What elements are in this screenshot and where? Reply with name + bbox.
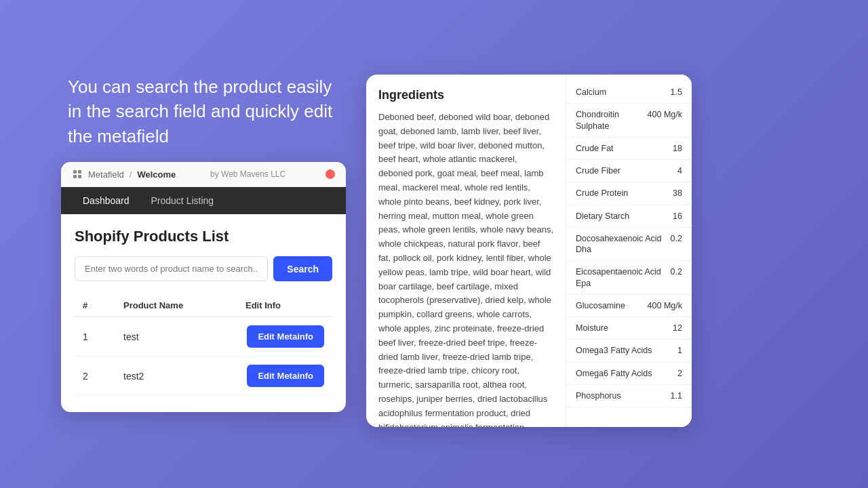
ingredients-left-panel: Ingredients Deboned beef, deboned wild b… [366,75,566,427]
cell-action: Edit Metainfo [237,317,332,357]
content-wrapper: You can search the product easily in the… [61,61,807,427]
breadcrumb: Metafield / Welcome [72,169,176,180]
nutrient-row: Crude Protein 38 [566,182,692,205]
nutrient-row: Calcium 1.5 [566,81,692,104]
breadcrumb-separator: / [130,169,132,180]
nutrient-value: 1 [677,345,682,356]
col-header-num: # [75,295,115,317]
products-table: # Product Name Edit Info 1 test Edit Met… [75,295,332,396]
nutrient-value: 0.2 [671,233,682,244]
nutrient-name: Crude Fat [576,143,673,154]
nutrient-name: Eicosapentaenoic Acid Epa [576,266,671,289]
nutrient-row: Crude Fat 18 [566,138,692,160]
cell-product-name: test2 [115,357,237,396]
nutrient-value: 1.1 [671,390,682,401]
cell-num: 2 [75,357,115,396]
grid-icon [72,169,83,180]
nutrient-value: 400 Mg/k [648,300,682,311]
ingredients-card: Ingredients Deboned beef, deboned wild b… [366,75,692,427]
nutrient-row: Glucosamine 400 Mg/k [566,295,692,317]
nutrient-row: Crude Fiber 4 [566,160,692,182]
nutrient-row: Moisture 12 [566,317,692,340]
svg-rect-2 [73,175,77,178]
nav-item-dashboard[interactable]: Dashboard [72,187,140,214]
breadcrumb-current: Welcome [137,169,176,180]
nutrient-name: Omega6 Fatty Acids [576,368,677,379]
search-button[interactable]: Search [273,256,332,281]
nutrient-value: 16 [673,211,682,222]
nutrient-row: Phosphorus 1.1 [566,385,692,407]
nutrient-name: Omega3 Fatty Acids [576,345,677,356]
nutrient-value: 2 [677,368,682,379]
nutrient-value: 18 [673,143,682,154]
search-row: Search [75,256,332,281]
svg-rect-0 [73,170,77,174]
nutrient-row: Chondroitin Sulphate 400 Mg/k [566,104,692,138]
page-title: Shopify Products List [75,228,332,245]
app-card: Metafield / Welcome by Web Mavens LLC Da… [61,162,346,412]
app-body: Shopify Products List Search # Product N… [61,214,346,412]
app-topbar: Metafield / Welcome by Web Mavens LLC [61,162,346,187]
nutrient-name: Dietary Starch [576,211,673,222]
nutrient-name: Calcium [576,87,671,98]
table-row: 1 test Edit Metainfo [75,317,332,357]
nutrient-value: 400 Mg/k [648,109,682,120]
ingredients-title: Ingredients [378,88,553,102]
nav-item-product-listing[interactable]: Product Listing [140,187,225,214]
edit-metainfo-button[interactable]: Edit Metainfo [247,325,324,348]
svg-rect-3 [78,175,81,178]
nutrient-name: Glucosamine [576,300,648,311]
table-row: 2 test2 Edit Metainfo [75,357,332,396]
ingredients-text: Deboned beef, deboned wild boar, deboned… [378,110,553,427]
nutrient-value: 38 [673,188,682,199]
cell-action: Edit Metainfo [237,357,332,396]
nutrients-panel: Calcium 1.5 Chondroitin Sulphate 400 Mg/… [566,75,692,427]
search-input[interactable] [75,256,268,281]
close-button[interactable] [326,169,335,179]
svg-rect-1 [78,170,81,174]
col-header-name: Product Name [115,295,237,317]
nutrient-value: 0.2 [671,266,682,277]
nutrient-name: Moisture [576,323,673,333]
edit-metainfo-button[interactable]: Edit Metainfo [247,365,324,387]
nutrient-row: Omega3 Fatty Acids 1 [566,340,692,362]
nutrient-name: Crude Protein [576,188,673,199]
nav-bar: Dashboard Product Listing [61,187,346,214]
nutrient-row: Omega6 Fatty Acids 2 [566,363,692,385]
breadcrumb-prefix: Metafield [88,169,124,180]
cell-product-name: test [115,317,237,357]
nutrient-value: 12 [673,323,682,333]
nutrient-row: Eicosapentaenoic Acid Epa 0.2 [566,261,692,295]
nutrient-value: 1.5 [671,87,682,98]
nutrient-name: Phosphorus [576,390,671,401]
nutrient-row: Docosahexaenoic Acid Dha 0.2 [566,228,692,262]
cell-num: 1 [75,317,115,357]
nutrient-row: Dietary Starch 16 [566,205,692,228]
nutrient-value: 4 [677,165,682,176]
left-section: You can search the product easily in the… [61,75,346,412]
nutrient-name: Crude Fiber [576,165,677,176]
col-header-action: Edit Info [237,295,332,317]
nutrient-name: Chondroitin Sulphate [576,109,648,131]
nutrient-name: Docosahexaenoic Acid Dha [576,233,671,256]
by-label: by Web Mavens LLC [210,169,285,179]
tagline: You can search the product easily in the… [61,75,346,148]
